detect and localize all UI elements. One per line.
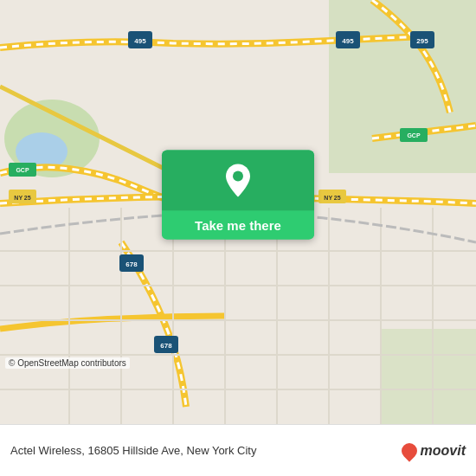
address-text: Actel Wireless, 16805 Hillside Ave, New … (10, 444, 402, 457)
map-container: 495 495 295 GCP GCP NY 25 NY 25 NY 25 67… (0, 0, 476, 424)
take-me-there-label: Take me there (162, 211, 314, 240)
location-pin-icon (222, 163, 254, 199)
svg-text:GCP: GCP (16, 167, 29, 173)
bottom-bar: Actel Wireless, 16805 Hillside Ave, New … (0, 424, 476, 476)
svg-text:678: 678 (125, 261, 138, 268)
svg-text:NY 25: NY 25 (324, 195, 340, 201)
moovit-logo-text: moovit (421, 443, 466, 459)
svg-text:495: 495 (134, 37, 146, 45)
take-me-there-button[interactable]: Take me there (162, 151, 314, 240)
button-icon-area (162, 151, 314, 211)
svg-text:295: 295 (416, 37, 428, 45)
svg-text:495: 495 (342, 37, 354, 45)
moovit-logo: moovit (402, 443, 466, 459)
moovit-logo-icon (398, 440, 420, 461)
svg-text:GCP: GCP (407, 132, 421, 138)
svg-point-38 (233, 171, 243, 182)
osm-attribution: © OpenStreetMap contributors (5, 357, 130, 369)
svg-text:NY 25: NY 25 (14, 195, 30, 201)
svg-text:678: 678 (160, 342, 172, 350)
svg-rect-3 (381, 329, 476, 424)
